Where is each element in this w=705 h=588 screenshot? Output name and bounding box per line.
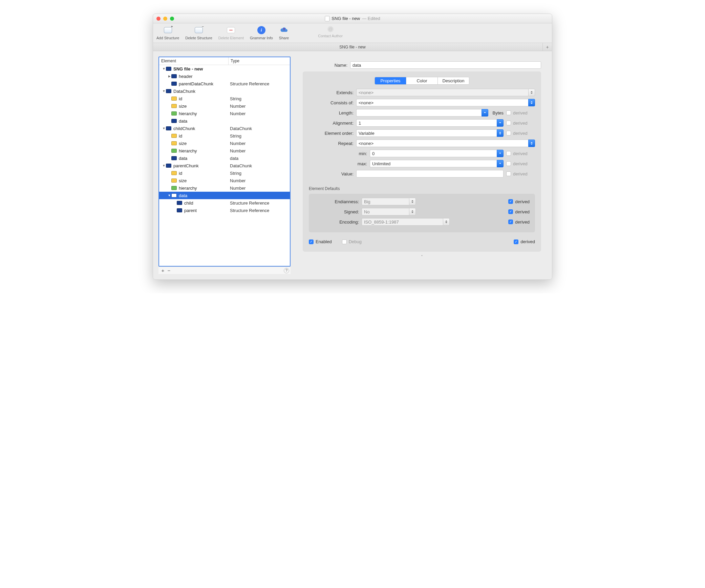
- tree-row[interactable]: sizeNumber: [159, 177, 290, 184]
- main-window: SNG file - new — Edited Add Structure De…: [153, 14, 552, 280]
- element-name: parent: [184, 208, 197, 213]
- debug-checkbox[interactable]: Debug: [342, 239, 362, 244]
- tree-row[interactable]: ▼SNG file - new: [159, 65, 290, 72]
- edited-indicator: — Edited: [362, 16, 380, 21]
- tree-row[interactable]: sizeNumber: [159, 140, 290, 147]
- element-type: Number: [229, 186, 289, 191]
- traffic-lights: [156, 17, 174, 21]
- add-structure-button[interactable]: Add Structure: [156, 25, 179, 40]
- left-pane: Element Type ▼SNG file - new▶headerparen…: [158, 57, 291, 274]
- alignment-derived-checkbox[interactable]: derived: [506, 121, 535, 126]
- close-window-button[interactable]: [156, 17, 161, 21]
- element-icon: [171, 119, 177, 123]
- endian-derived-checkbox[interactable]: derived: [508, 199, 530, 204]
- tree-row[interactable]: childStructure Reference: [159, 199, 290, 207]
- page-indicator: •: [303, 254, 541, 257]
- chevron-down-icon: [482, 109, 488, 117]
- tab-document[interactable]: SNG file - new: [153, 45, 552, 49]
- disclosure-down-icon[interactable]: ▼: [162, 89, 166, 93]
- consists-dropdown[interactable]: <none>: [356, 99, 535, 106]
- extends-dropdown[interactable]: <none>: [356, 89, 535, 96]
- disclosure-down-icon[interactable]: ▼: [162, 127, 166, 130]
- tree-row[interactable]: ▶header: [159, 72, 290, 80]
- tree-row[interactable]: ▼childChunkDataChunk: [159, 125, 290, 132]
- tree-row[interactable]: ▼data: [159, 192, 290, 199]
- min-derived-checkbox[interactable]: derived: [506, 151, 535, 156]
- remove-element-button[interactable]: −: [166, 268, 172, 273]
- element-type: data: [229, 156, 289, 161]
- chevron-updown-icon: [528, 140, 535, 147]
- content-area: Element Type ▼SNG file - new▶headerparen…: [153, 51, 552, 279]
- tree-row[interactable]: hierarchyNumber: [159, 110, 290, 117]
- element-icon: [171, 141, 177, 145]
- element-icon: [166, 67, 171, 71]
- tree-row[interactable]: ▼DataChunk: [159, 87, 290, 95]
- column-element[interactable]: Element: [159, 57, 229, 65]
- max-derived-checkbox[interactable]: derived: [506, 161, 535, 166]
- chevron-updown-icon: [443, 218, 450, 226]
- repeat-dropdown[interactable]: <none>: [356, 140, 535, 147]
- tree-row[interactable]: ▼parentChunkDataChunk: [159, 162, 290, 169]
- zoom-window-button[interactable]: [170, 17, 174, 21]
- element-name: child: [184, 201, 193, 206]
- disclosure-down-icon[interactable]: ▼: [162, 164, 166, 167]
- add-element-button[interactable]: +: [160, 268, 166, 273]
- endian-label: Endianness:: [314, 199, 362, 204]
- help-button[interactable]: ?: [284, 268, 289, 273]
- tree-row[interactable]: hierarchyNumber: [159, 147, 290, 154]
- share-button[interactable]: Share: [279, 25, 289, 40]
- value-input[interactable]: [356, 170, 504, 177]
- element-name: data: [179, 156, 187, 161]
- element-type: Number: [229, 148, 289, 153]
- disclosure-down-icon[interactable]: ▼: [167, 194, 171, 197]
- tree-row[interactable]: hierarchyNumber: [159, 184, 290, 192]
- disclosure-right-icon[interactable]: ▶: [167, 75, 171, 78]
- contact-author-button[interactable]: @ Contact Author: [318, 25, 343, 38]
- tree-body[interactable]: ▼SNG file - new▶headerparentDataChunkStr…: [159, 65, 290, 266]
- encoding-derived-checkbox[interactable]: derived: [508, 219, 530, 225]
- length-derived-checkbox[interactable]: derived: [506, 110, 535, 115]
- signed-derived-checkbox[interactable]: derived: [508, 209, 530, 214]
- tree-row[interactable]: sizeNumber: [159, 102, 290, 110]
- encoding-dropdown[interactable]: ISO_8859-1:1987: [362, 218, 450, 226]
- element-icon: [171, 156, 177, 160]
- min-dropdown[interactable]: 0: [370, 150, 504, 157]
- signed-dropdown[interactable]: No: [362, 208, 416, 215]
- tree-row[interactable]: parentDataChunkStructure Reference: [159, 80, 290, 87]
- tree-row[interactable]: idString: [159, 132, 290, 140]
- order-dropdown[interactable]: Variable: [356, 129, 504, 137]
- column-type[interactable]: Type: [229, 57, 241, 65]
- alignment-dropdown[interactable]: 1: [356, 119, 504, 127]
- value-derived-checkbox[interactable]: derived: [506, 171, 535, 176]
- disclosure-down-icon[interactable]: ▼: [162, 67, 166, 70]
- delete-element-icon: [227, 27, 235, 33]
- length-dropdown[interactable]: [356, 109, 488, 117]
- enabled-checkbox[interactable]: Enabled: [309, 239, 332, 244]
- length-unit: Bytes: [492, 110, 504, 115]
- endian-dropdown[interactable]: Big: [362, 198, 416, 205]
- delete-element-button[interactable]: Delete Element: [218, 25, 244, 40]
- element-icon: [171, 134, 177, 138]
- tree-row[interactable]: parentStructure Reference: [159, 207, 290, 214]
- tab-properties[interactable]: Properties: [375, 77, 406, 84]
- tree-row[interactable]: idString: [159, 95, 290, 102]
- name-input[interactable]: [350, 61, 541, 69]
- tab-color[interactable]: Color: [406, 77, 438, 84]
- element-icon: [166, 89, 171, 93]
- delete-structure-button[interactable]: Delete Structure: [185, 25, 212, 40]
- order-derived-checkbox[interactable]: derived: [506, 131, 535, 136]
- grammar-info-button[interactable]: i Grammar Info: [250, 25, 273, 40]
- tree-row[interactable]: data: [159, 117, 290, 125]
- chevron-down-icon: [497, 160, 504, 167]
- tab-description[interactable]: Description: [438, 77, 469, 84]
- tree-row[interactable]: datadata: [159, 154, 290, 162]
- new-tab-button[interactable]: +: [542, 43, 552, 51]
- tree-row[interactable]: idString: [159, 169, 290, 177]
- share-icon: [279, 25, 289, 35]
- max-dropdown[interactable]: Unlimited: [370, 160, 504, 167]
- minimize-window-button[interactable]: [163, 17, 167, 21]
- element-type: Structure Reference: [229, 208, 289, 213]
- element-type: Structure Reference: [229, 201, 289, 206]
- panel-derived-checkbox[interactable]: derived: [514, 239, 535, 244]
- svg-text:@: @: [328, 26, 333, 31]
